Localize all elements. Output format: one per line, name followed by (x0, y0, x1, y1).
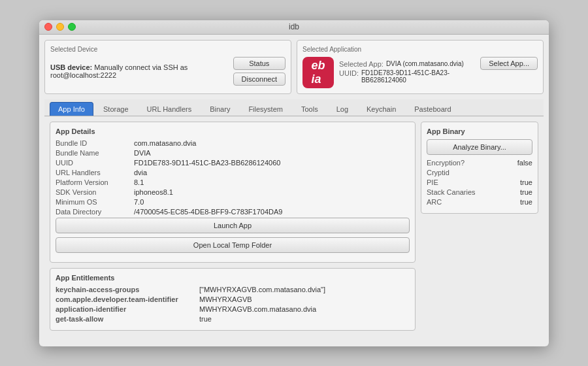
ent-row-2: application-identifier MWHYRXAGVB.com.ma… (56, 305, 410, 313)
sdk-version-key: SDK Version (56, 188, 134, 196)
entitlements-title: App Entitlements (56, 274, 410, 282)
app-icon-text: ebia (311, 59, 325, 86)
app-info-row: ebia Selected App: DVIA (com.matasano.dv… (302, 57, 538, 88)
stack-canaries-key: Stack Canaries (427, 188, 476, 196)
cryptid-key: Cryptid (427, 169, 449, 176)
window-content: Selected Device USB device: Manually con… (39, 35, 549, 346)
tab-tools[interactable]: Tools (293, 102, 327, 116)
ent-val-3: true (199, 315, 212, 323)
window-title: idb (289, 22, 299, 31)
arc-row: ARC true (427, 198, 532, 206)
launch-app-button[interactable]: Launch App (56, 218, 410, 233)
tab-pasteboard[interactable]: Pasteboard (406, 102, 459, 116)
min-os-val: 7.0 (134, 198, 144, 206)
ent-row-3: get-task-allow true (56, 315, 410, 323)
stack-canaries-val: true (520, 188, 532, 196)
cryptid-row: Cryptid (427, 169, 532, 176)
bundle-id-key: Bundle ID (56, 139, 134, 147)
maximize-button[interactable] (68, 23, 76, 31)
bundle-id-val: com.matasano.dvia (134, 139, 196, 147)
device-panel-title: Selected Device (50, 46, 286, 53)
title-bar: idb (39, 20, 549, 35)
tab-log[interactable]: Log (328, 102, 357, 116)
right-section: App Binary Analyze Binary... Encryption?… (421, 122, 538, 336)
uuid-detail-key: UUID (56, 159, 134, 167)
device-buttons: Status Disconnect (233, 57, 286, 86)
app-details-title: App Details (56, 127, 410, 135)
left-section: App Details Bundle ID com.matasano.dvia … (50, 122, 416, 336)
sdk-version-val: iphoneos8.1 (134, 188, 173, 196)
platform-version-row: Platform Version 8.1 (56, 178, 410, 186)
data-dir-row: Data Directory /47000545-EC85-4DE8-BFF9-… (56, 208, 410, 216)
ent-val-2: MWHYRXAGVB.com.matasano.dvia (199, 305, 316, 313)
ent-key-2: application-identifier (56, 305, 199, 313)
ent-key-3: get-task-allow (56, 315, 199, 323)
data-dir-key: Data Directory (56, 208, 134, 216)
tab-keychain[interactable]: Keychain (358, 102, 404, 116)
platform-version-key: Platform Version (56, 178, 134, 186)
selected-app-value: DVIA (com.matasano.dvia) (386, 60, 464, 68)
device-info: USB device: Manually connect via SSH as … (50, 63, 228, 79)
url-handlers-val: dvia (134, 169, 147, 176)
ent-key-1: com.apple.developer.team-identifier (56, 295, 199, 303)
ent-row-1: com.apple.developer.team-identifier MWHY… (56, 295, 410, 303)
app-panel-title: Selected Application (302, 46, 538, 53)
selected-device-panel: Selected Device USB device: Manually con… (44, 40, 291, 94)
app-icon: ebia (302, 57, 334, 88)
tab-app-info[interactable]: App Info (50, 102, 93, 116)
url-handlers-row: URL Handlers dvia (56, 169, 410, 176)
tab-binary[interactable]: Binary (201, 102, 238, 116)
entitlements-table: keychain-access-groups ["MWHYRXAGVB.com.… (56, 286, 410, 323)
uuid-detail-val: FD1DE783-9D11-451C-BA23-BB6286124060 (134, 159, 280, 167)
minimize-button[interactable] (56, 23, 64, 31)
tab-filesystem[interactable]: Filesystem (240, 102, 291, 116)
status-button[interactable]: Status (233, 57, 286, 70)
encryption-key: Encryption? (427, 159, 465, 167)
selected-app-row: Selected App: DVIA (com.matasano.dvia) (339, 60, 475, 68)
bundle-name-key: Bundle Name (56, 149, 134, 157)
close-button[interactable] (44, 23, 52, 31)
encryption-row: Encryption? false (427, 159, 532, 167)
selected-app-panel: Selected Application ebia Selected App: … (297, 40, 544, 94)
bundle-name-row: Bundle Name DVIA (56, 149, 410, 157)
uuid-label: UUID: (339, 69, 359, 84)
arc-val: true (520, 198, 532, 206)
traffic-lights (44, 23, 76, 31)
encryption-val: false (517, 159, 532, 167)
min-os-row: Minimum OS 7.0 (56, 198, 410, 206)
tab-url-handlers[interactable]: URL Handlers (139, 102, 201, 116)
app-details-header: Selected App: DVIA (com.matasano.dvia) U… (339, 60, 475, 85)
binary-title: App Binary (427, 127, 532, 135)
pie-row: PIE true (427, 178, 532, 186)
platform-version-val: 8.1 (134, 178, 144, 186)
ent-val-1: MWHYRXAGVB (199, 295, 252, 303)
uuid-detail-row: UUID FD1DE783-9D11-451C-BA23-BB628612406… (56, 159, 410, 167)
tab-storage[interactable]: Storage (95, 102, 137, 116)
uuid-value: FD1DE783-9D11-451C-BA23-BB6286124060 (361, 69, 475, 84)
arc-key: ARC (427, 198, 442, 206)
sdk-version-row: SDK Version iphoneos8.1 (56, 188, 410, 196)
select-app-button[interactable]: Select App... (480, 57, 538, 70)
uuid-row: UUID: FD1DE783-9D11-451C-BA23-BB62861240… (339, 69, 475, 84)
min-os-key: Minimum OS (56, 198, 134, 206)
stack-canaries-row: Stack Canaries true (427, 188, 532, 196)
app-details-table: Bundle ID com.matasano.dvia Bundle Name … (56, 139, 410, 216)
selected-app-label: Selected App: (339, 60, 384, 68)
app-details-section: App Details Bundle ID com.matasano.dvia … (50, 122, 416, 263)
data-dir-val: /47000545-EC85-4DE8-BFF9-C783F1704DA9 (134, 208, 282, 216)
app-entitlements-section: App Entitlements keychain-access-groups … (50, 268, 416, 331)
bundle-name-val: DVIA (134, 149, 151, 157)
analyze-binary-button[interactable]: Analyze Binary... (427, 139, 532, 155)
ent-row-0: keychain-access-groups ["MWHYRXAGVB.com.… (56, 286, 410, 293)
disconnect-button[interactable]: Disconnect (233, 73, 286, 86)
pie-val: true (520, 178, 532, 186)
device-row: USB device: Manually connect via SSH as … (50, 57, 286, 86)
ent-key-0: keychain-access-groups (56, 286, 199, 293)
device-label: USB device: (50, 63, 92, 71)
top-panels: Selected Device USB device: Manually con… (44, 40, 544, 94)
ent-val-0: ["MWHYRXAGVB.com.matasano.dvia"] (199, 286, 325, 293)
url-handlers-key: URL Handlers (56, 169, 134, 176)
open-temp-folder-button[interactable]: Open Local Temp Folder (56, 237, 410, 253)
main-window: idb Selected Device USB device: Manually… (39, 20, 549, 346)
tabs-bar: App Info Storage URL Handlers Binary Fil… (44, 99, 544, 116)
